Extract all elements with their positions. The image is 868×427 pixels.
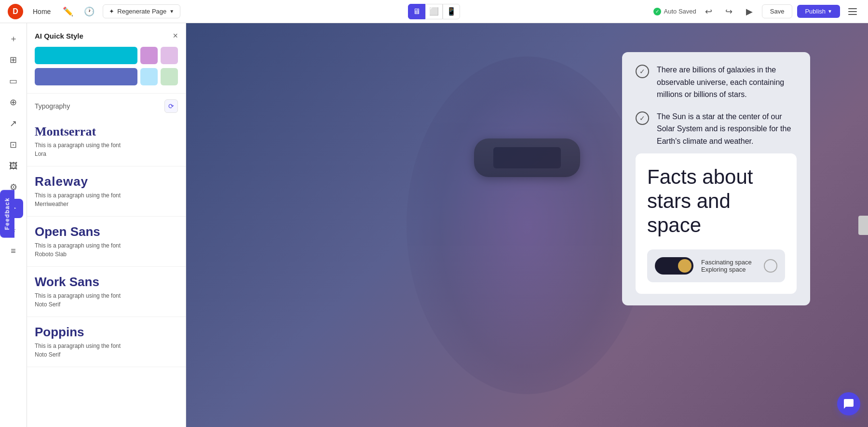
font-body-poppins: This is a paragraph using the font Noto … [35, 342, 178, 359]
fact-text-1: There are billions of galaxies in the ob… [657, 64, 797, 101]
typography-header: Typography ⟳ [27, 93, 186, 117]
sparkle-icon: ✦ [109, 8, 114, 15]
publish-chevron-icon: ▼ [827, 9, 832, 14]
feedback-tab[interactable]: Feedback [0, 190, 14, 237]
device-switcher: 🖥 ⬜ 📱 [408, 4, 460, 19]
desktop-button[interactable]: 🖥 [408, 4, 425, 19]
font-option-montserrat[interactable]: Montserrat This is a paragraph using the… [27, 117, 186, 166]
font-heading-raleway: Raleway [35, 174, 178, 189]
canvas-resize-handle[interactable] [858, 216, 868, 235]
chevron-down-icon: ▼ [169, 9, 174, 14]
fact-item-1: ✓ There are billions of galaxies in the … [636, 64, 797, 101]
topbar-right: ✓ Auto Saved ↩ ↪ ▶ Save Publish ▼ [468, 4, 860, 19]
font-heading-opensans: Open Sans [35, 224, 178, 239]
regenerate-button[interactable]: ✦ Regenerate Page ▼ [103, 4, 180, 18]
swatch-indigo[interactable] [35, 68, 137, 85]
mobile-button[interactable]: 📱 [443, 4, 460, 19]
hamburger-menu[interactable] [845, 4, 860, 19]
swatch-light-green[interactable] [161, 68, 178, 85]
history-icon[interactable]: 🕐 [81, 4, 97, 19]
menu-line-1 [848, 8, 857, 9]
menu-line-3 [848, 14, 857, 15]
toggle-labels: Fascinating space Exploring space [701, 259, 756, 273]
check-icon-2: ✓ [636, 111, 649, 125]
fact-text-2: The Sun is a star at the center of our S… [657, 110, 797, 148]
sidebar-link-icon[interactable]: ↗ [4, 114, 23, 133]
home-nav[interactable]: Home [29, 6, 54, 17]
sidebar-list-icon[interactable]: ≡ [4, 241, 23, 261]
toggle-area: Fascinating space Exploring space [647, 249, 785, 282]
undo-button[interactable]: ↩ [701, 4, 717, 19]
redo-button[interactable]: ↪ [721, 4, 737, 19]
sidebar-section-icon[interactable]: ⊕ [4, 93, 23, 112]
swatch-lavender[interactable] [140, 47, 158, 64]
style-panel: AI Quick Style × Typography ⟳ Montserrat [27, 23, 186, 427]
device-group: 🖥 ⬜ 📱 [408, 4, 460, 19]
canvas-area: ✓ There are billions of galaxies in the … [186, 23, 868, 427]
vr-person-shape [407, 56, 648, 394]
radio-button[interactable] [764, 259, 777, 273]
toggle-label-2: Exploring space [701, 266, 756, 273]
font-option-worksans[interactable]: Work Sans This is a paragraph using the … [27, 267, 186, 317]
sidebar-image-icon[interactable]: 🖼 [4, 156, 23, 176]
font-heading-montserrat: Montserrat [35, 124, 178, 139]
font-option-raleway[interactable]: Raleway This is a paragraph using the fo… [27, 166, 186, 217]
font-heading-worksans: Work Sans [35, 275, 178, 289]
cards-overlay: ✓ There are billions of galaxies in the … [622, 52, 810, 305]
topbar: D Home ✏️ 🕐 ✦ Regenerate Page ▼ 🖥 ⬜ 📱 ✓ … [0, 0, 868, 23]
fact-item-2: ✓ The Sun is a star at the center of our… [636, 110, 797, 148]
swatch-light-purple[interactable] [161, 47, 178, 64]
edit-icon[interactable]: ✏️ [60, 4, 76, 19]
swatch-row-1 [35, 47, 178, 64]
panel-title: AI Quick Style [35, 32, 83, 40]
sidebar-widget-icon[interactable]: ▭ [4, 71, 23, 91]
typography-refresh-button[interactable]: ⟳ [164, 99, 178, 113]
check-icon-1: ✓ [636, 65, 649, 78]
font-body-montserrat: This is a paragraph using the font Lora [35, 141, 178, 158]
sidebar-add-button[interactable]: ＋ [4, 29, 23, 48]
font-heading-poppins: Poppins [35, 325, 178, 340]
font-option-opensans[interactable]: Open Sans This is a paragraph using the … [27, 217, 186, 267]
font-body-worksans: This is a paragraph using the font Noto … [35, 291, 178, 309]
auto-save-dot: ✓ [653, 8, 661, 15]
preview-button[interactable]: ▶ [742, 4, 757, 19]
toggle-switch[interactable] [655, 257, 693, 275]
sidebar-layout-icon[interactable]: ⊞ [4, 50, 23, 69]
vr-screen [493, 147, 561, 168]
menu-line-2 [848, 11, 857, 12]
swatch-row-2 [35, 68, 178, 85]
tablet-button[interactable]: ⬜ [425, 4, 443, 19]
toggle-label-1: Fascinating space [701, 259, 756, 266]
typography-label: Typography [35, 102, 70, 110]
font-body-opensans: This is a paragraph using the font Robot… [35, 241, 178, 259]
panel-close-button[interactable]: × [173, 31, 178, 41]
topbar-left: D Home ✏️ 🕐 ✦ Regenerate Page ▼ [8, 4, 400, 19]
auto-save-status: ✓ Auto Saved [653, 8, 696, 15]
facts-title: Facts about stars and space [647, 165, 785, 238]
sidebar-grid-icon[interactable]: ⊡ [4, 135, 23, 154]
font-body-raleway: This is a paragraph using the font Merri… [35, 191, 178, 208]
logo[interactable]: D [8, 4, 23, 19]
save-button[interactable]: Save [762, 4, 793, 18]
color-swatches [27, 47, 186, 93]
fact-card-main: ✓ There are billions of galaxies in the … [622, 52, 810, 305]
publish-button[interactable]: Publish ▼ [797, 5, 840, 18]
main-layout: ＋ ⊞ ▭ ⊕ ↗ ⊡ 🖼 ⚙ ✦ ☆ ≡ AI Quick Style × [0, 23, 868, 427]
chat-bubble[interactable] [837, 392, 860, 415]
font-option-poppins[interactable]: Poppins This is a paragraph using the fo… [27, 317, 186, 367]
swatch-cyan[interactable] [35, 47, 137, 64]
chat-icon [843, 398, 854, 410]
toggle-thumb [678, 259, 692, 273]
facts-sub-card: Facts about stars and space Fascinating … [636, 153, 797, 294]
panel-header: AI Quick Style × [27, 23, 186, 47]
swatch-light-blue[interactable] [140, 68, 158, 85]
